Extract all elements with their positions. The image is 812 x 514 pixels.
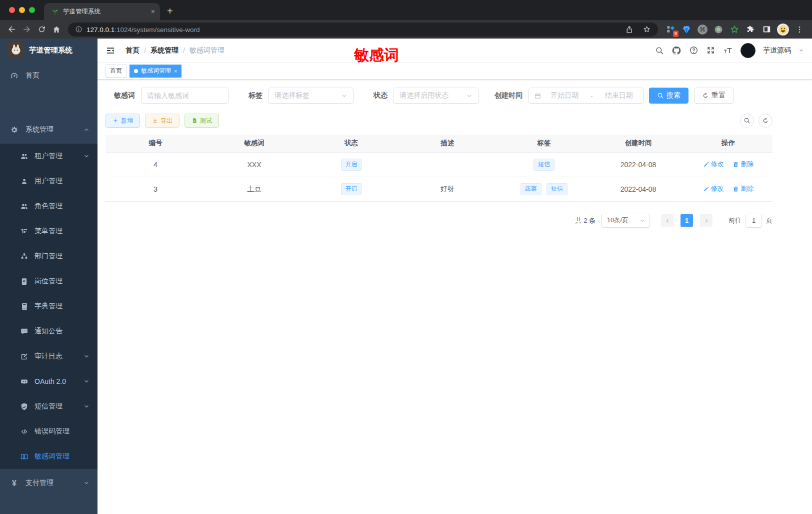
pagination-total: 共 2 条 bbox=[576, 216, 596, 225]
zoom-window-button[interactable] bbox=[29, 7, 35, 13]
tab-close-icon[interactable]: × bbox=[151, 8, 155, 16]
keyword-input[interactable] bbox=[147, 92, 222, 100]
action-row: 新增 导出 测试 bbox=[106, 114, 772, 128]
next-page-button[interactable] bbox=[700, 214, 712, 227]
traffic-lights[interactable] bbox=[0, 7, 44, 20]
new-tab-button[interactable]: + bbox=[167, 6, 173, 17]
tag-badge: 短信 bbox=[534, 159, 554, 171]
reset-button[interactable]: 重置 bbox=[694, 88, 734, 104]
sidebar-panel-icon[interactable] bbox=[761, 24, 772, 35]
url-host: 127.0.0.1 bbox=[86, 26, 114, 34]
add-button[interactable]: 新增 bbox=[106, 114, 140, 128]
help-icon[interactable] bbox=[689, 46, 698, 55]
edit-link[interactable]: 修改 bbox=[703, 184, 724, 193]
tab-sensitive-word[interactable]: 敏感词管理 × bbox=[130, 65, 182, 78]
sidebar-item-dept[interactable]: 部门管理 bbox=[0, 244, 98, 269]
menu-dots-icon[interactable] bbox=[794, 24, 805, 35]
edit-link[interactable]: 修改 bbox=[703, 160, 724, 169]
chevron-down-icon bbox=[84, 480, 90, 486]
sidebar-item-user[interactable]: 用户管理 bbox=[0, 169, 98, 194]
sidebar-item-role[interactable]: 角色管理 bbox=[0, 194, 98, 219]
puzzle-icon[interactable] bbox=[745, 24, 756, 35]
prev-page-button[interactable] bbox=[661, 214, 674, 227]
notice-icon bbox=[20, 327, 28, 336]
dept-icon bbox=[20, 252, 28, 261]
reload-icon[interactable] bbox=[34, 22, 49, 37]
tab-home[interactable]: 首页 bbox=[106, 65, 126, 78]
date-range-picker[interactable]: 开始日期 - 结束日期 bbox=[528, 88, 644, 104]
gem-extension-icon[interactable] bbox=[681, 24, 692, 35]
chevron-down-icon bbox=[84, 153, 90, 159]
breadcrumb-system[interactable]: 系统管理 bbox=[150, 46, 178, 55]
close-window-button[interactable] bbox=[9, 7, 15, 13]
minimize-window-button[interactable] bbox=[19, 7, 25, 13]
fullscreen-icon[interactable] bbox=[706, 46, 716, 55]
url-bar[interactable]: 127.0.0.1:1024/system/sensitive-word bbox=[68, 23, 658, 37]
command-extension-icon[interactable]: ⌘ bbox=[697, 24, 708, 35]
sidebar-spacer bbox=[0, 90, 98, 116]
sidebar-item-error-code[interactable]: 错误码管理 bbox=[0, 419, 98, 444]
chevron-down-icon bbox=[341, 93, 348, 99]
sidebar-item-home[interactable]: 首页 bbox=[0, 62, 98, 90]
page-number-button[interactable]: 1 bbox=[680, 214, 693, 227]
status-select[interactable]: 请选择启用状态 bbox=[394, 88, 478, 104]
gear-icon bbox=[10, 126, 18, 134]
end-date-placeholder: 结束日期 bbox=[600, 91, 638, 100]
test-button[interactable]: 测试 bbox=[184, 114, 219, 128]
sidebar-item-notice[interactable]: 通知公告 bbox=[0, 319, 98, 344]
extensions-area: 9 ⌘ bbox=[662, 24, 808, 36]
delete-link[interactable]: 删除 bbox=[732, 160, 754, 169]
sidebar-item-post[interactable]: 岗位管理 bbox=[0, 269, 98, 294]
sidebar-item-system[interactable]: 系统管理 bbox=[0, 116, 98, 144]
tag-select[interactable]: 请选择标签 bbox=[268, 88, 354, 104]
sidebar-item-sensitive-word[interactable]: 敏感词管理 bbox=[0, 444, 98, 469]
page-size-select[interactable]: 10条/页 bbox=[602, 214, 650, 228]
home-icon[interactable] bbox=[49, 22, 64, 37]
share-icon[interactable] bbox=[625, 25, 634, 34]
edit-icon bbox=[703, 186, 710, 192]
user-avatar[interactable] bbox=[740, 43, 756, 58]
tab-close-icon[interactable]: × bbox=[174, 68, 177, 74]
page-unit-label: 页 bbox=[766, 216, 772, 225]
font-size-icon[interactable] bbox=[723, 46, 733, 56]
search-icon[interactable] bbox=[655, 46, 664, 55]
github-icon[interactable] bbox=[672, 46, 682, 56]
profile-avatar[interactable] bbox=[777, 24, 789, 36]
delete-link[interactable]: 删除 bbox=[732, 184, 754, 193]
goto-label: 前往 bbox=[728, 216, 742, 225]
menu-fold-icon[interactable] bbox=[106, 46, 116, 56]
back-icon[interactable] bbox=[4, 22, 19, 37]
sidebar-item-tenant[interactable]: 租户管理 bbox=[0, 144, 98, 169]
sidebar-item-menu[interactable]: 菜单管理 bbox=[0, 219, 98, 244]
info-icon[interactable] bbox=[75, 26, 82, 33]
chevron-right-icon bbox=[704, 218, 710, 224]
breadcrumb-home[interactable]: 首页 bbox=[126, 46, 140, 55]
green-star-extension-icon[interactable] bbox=[729, 24, 740, 35]
show-search-button[interactable] bbox=[740, 114, 754, 128]
username[interactable]: 芋道源码 bbox=[763, 46, 791, 55]
dot-circle-extension-icon[interactable] bbox=[713, 24, 724, 35]
caret-down-icon[interactable] bbox=[798, 48, 804, 53]
role-icon bbox=[20, 202, 28, 211]
sidebar-item-pay[interactable]: ¥ 支付管理 bbox=[0, 469, 98, 497]
start-date-placeholder: 开始日期 bbox=[546, 91, 584, 100]
sidebar-item-sms[interactable]: 短信管理 bbox=[0, 394, 98, 419]
goto-page-input-wrap bbox=[746, 214, 762, 228]
browser-toolbar: 127.0.0.1:1024/system/sensitive-word 9 ⌘ bbox=[0, 20, 812, 39]
grid-diamond-extension-icon[interactable]: 9 bbox=[665, 24, 676, 35]
star-icon[interactable] bbox=[642, 25, 651, 34]
sidebar-item-audit-log[interactable]: 审计日志 bbox=[0, 344, 98, 369]
sidebar-item-dict[interactable]: 字典管理 bbox=[0, 294, 98, 319]
goto-page-input[interactable] bbox=[746, 214, 762, 227]
forward-icon[interactable] bbox=[19, 22, 34, 37]
app-title: 芋道管理系统 bbox=[29, 46, 72, 55]
app-logo-row[interactable]: 芋道管理系统 bbox=[0, 39, 98, 62]
refresh-table-button[interactable] bbox=[758, 114, 772, 128]
search-button[interactable]: 搜索 bbox=[649, 88, 688, 104]
sidebar-item-oauth[interactable]: OAuth 2.0 bbox=[0, 369, 98, 394]
user-icon bbox=[20, 177, 28, 186]
export-button[interactable]: 导出 bbox=[145, 114, 180, 128]
post-icon bbox=[20, 277, 28, 286]
tag-badge: 蔬菜 bbox=[520, 183, 542, 195]
browser-tab[interactable]: 芋道管理系统 × bbox=[44, 3, 160, 20]
